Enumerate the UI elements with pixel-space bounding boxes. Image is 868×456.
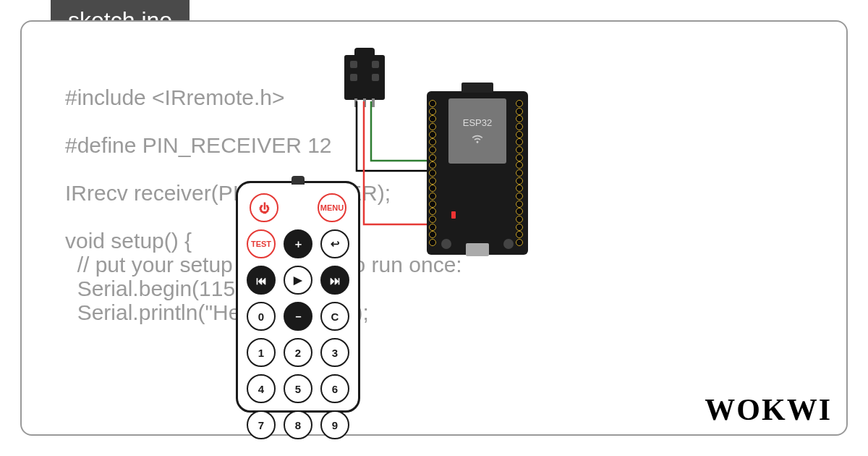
ir-led-icon xyxy=(292,176,305,185)
pin-hole[interactable] xyxy=(429,200,436,208)
pin-hole[interactable] xyxy=(429,216,436,223)
remote-play-button[interactable]: ▶ xyxy=(284,266,312,295)
remote-minus-button[interactable]: － xyxy=(284,302,312,331)
pin-hole[interactable] xyxy=(516,224,523,231)
remote-plus-button[interactable]: ＋ xyxy=(284,229,312,258)
pin-hole[interactable] xyxy=(429,239,436,246)
code-line: Serial.begin(115200); xyxy=(65,278,817,302)
pin-hole[interactable] xyxy=(516,146,523,153)
pin-hole[interactable] xyxy=(516,177,523,185)
remote-d8-button[interactable]: 8 xyxy=(284,410,312,439)
pin-hole[interactable] xyxy=(516,208,523,215)
pin-hole[interactable] xyxy=(516,154,523,161)
pin-hole[interactable] xyxy=(516,115,523,122)
pin-hole[interactable] xyxy=(429,193,436,200)
remote-d4-button[interactable]: 4 xyxy=(247,374,276,403)
pin-hole[interactable] xyxy=(429,131,436,138)
remote-d9-button[interactable]: 9 xyxy=(320,410,349,439)
remote-d7-button[interactable]: 7 xyxy=(247,410,276,439)
remote-next-button[interactable]: ⏭ xyxy=(320,266,349,295)
pin-hole[interactable] xyxy=(516,123,523,130)
remote-menu-button[interactable]: MENU xyxy=(318,193,346,222)
pin-hole[interactable] xyxy=(516,169,523,177)
esp32-label: ESP32 xyxy=(463,117,492,128)
pin-hole[interactable] xyxy=(516,193,523,200)
pin-hole[interactable] xyxy=(516,231,523,238)
boot-button[interactable] xyxy=(503,239,514,249)
pin-hole[interactable] xyxy=(516,100,523,107)
pin-hole[interactable] xyxy=(429,100,436,107)
pin-hole[interactable] xyxy=(429,185,436,192)
remote-clear-button[interactable]: C xyxy=(320,302,349,331)
ir-receiver-module[interactable] xyxy=(344,55,385,100)
pin-hole[interactable] xyxy=(516,161,523,169)
pin-hole[interactable] xyxy=(516,216,523,223)
esp32-shield: ESP32 xyxy=(448,98,506,164)
pin-hole[interactable] xyxy=(429,123,436,130)
pin-hole[interactable] xyxy=(429,169,436,177)
pin-hole[interactable] xyxy=(429,231,436,238)
remote-d2-button[interactable]: 2 xyxy=(284,338,312,367)
remote-d5-button[interactable]: 5 xyxy=(284,374,312,403)
remote-d0-button[interactable]: 0 xyxy=(247,302,276,331)
pin-hole[interactable] xyxy=(516,185,523,192)
pin-hole[interactable] xyxy=(429,154,436,161)
remote-prev-button[interactable]: ⏮ xyxy=(247,266,276,295)
pin-hole[interactable] xyxy=(516,131,523,138)
pin-hole[interactable] xyxy=(429,115,436,122)
remote-d6-button[interactable]: 6 xyxy=(320,374,349,403)
code-line: Serial.println("Hello, ESP32!"); xyxy=(65,302,817,326)
wifi-icon xyxy=(470,131,485,145)
remote-test-button[interactable]: TEST xyxy=(247,229,276,258)
pin-hole[interactable] xyxy=(429,224,436,231)
wokwi-logo: WOKWI xyxy=(705,392,832,427)
pin-hole[interactable] xyxy=(516,200,523,208)
esp32-board[interactable]: ESP32 xyxy=(427,91,528,255)
remote-power-button[interactable]: ⏻ xyxy=(250,193,278,222)
led-icon xyxy=(451,211,456,219)
pin-hole[interactable] xyxy=(516,108,523,115)
pin-hole[interactable] xyxy=(516,239,523,246)
reset-button[interactable] xyxy=(441,239,451,249)
pin-hole[interactable] xyxy=(429,208,436,215)
ir-remote: ⏻MENUTEST＋↩⏮▶⏭0－C123456789 xyxy=(236,181,360,413)
pin-hole[interactable] xyxy=(429,108,436,115)
pin-hole[interactable] xyxy=(429,177,436,185)
pin-hole[interactable] xyxy=(429,138,436,145)
remote-d3-button[interactable]: 3 xyxy=(320,338,349,367)
remote-back-button[interactable]: ↩ xyxy=(320,229,349,258)
remote-d1-button[interactable]: 1 xyxy=(247,338,276,367)
pin-hole[interactable] xyxy=(429,146,436,153)
code-line: // put your setup code here, to run once… xyxy=(65,254,817,278)
usb-port-icon xyxy=(466,243,489,256)
pin-hole[interactable] xyxy=(516,138,523,145)
pin-hole[interactable] xyxy=(429,161,436,169)
